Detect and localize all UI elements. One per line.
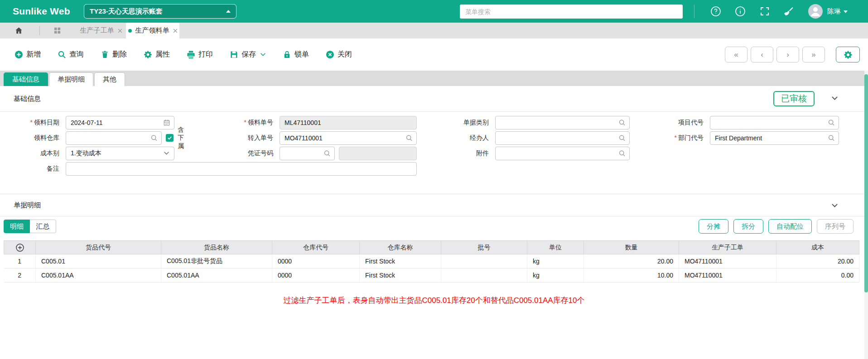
doc-category-field[interactable]: [495, 116, 630, 129]
last-page-button[interactable]: »: [802, 47, 825, 62]
cell-item-code[interactable]: C005.01AA: [36, 268, 161, 282]
voucher-no-label: 凭证号码: [174, 149, 277, 158]
dept-code-field[interactable]: [710, 131, 839, 145]
x-circle-icon: [326, 50, 334, 59]
delete-button[interactable]: 删除: [101, 50, 127, 59]
table-row[interactable]: 1 C005.01 C005.01非批号货品 0000 First Stock …: [4, 254, 859, 268]
view-tab-detail[interactable]: 明细: [4, 220, 30, 233]
user-menu[interactable]: 陈琳: [827, 7, 848, 16]
transfer-no-field[interactable]: [280, 131, 417, 145]
wintab-production-issue[interactable]: 生产领料单: [126, 23, 179, 38]
collapse-detail-icon[interactable]: [831, 203, 838, 208]
info-icon[interactable]: [735, 6, 746, 17]
remark-field[interactable]: [66, 162, 417, 176]
collapse-basic-icon[interactable]: [831, 96, 838, 101]
close-button[interactable]: 关闭: [326, 50, 352, 59]
cell-warehouse-code[interactable]: 0000: [272, 254, 360, 268]
home-icon[interactable]: [14, 26, 23, 35]
prev-page-button[interactable]: ‹: [751, 47, 773, 62]
cell-qty[interactable]: 20.00: [584, 254, 679, 268]
close-tab-icon[interactable]: [118, 29, 122, 33]
query-button[interactable]: 查询: [58, 50, 84, 59]
cell-unit[interactable]: kg: [527, 268, 584, 282]
cell-warehouse-code[interactable]: 0000: [272, 268, 360, 282]
new-button[interactable]: 新增: [14, 50, 41, 59]
first-page-button[interactable]: «: [725, 47, 747, 62]
issue-no-label: 领料单号: [174, 119, 277, 127]
cell-sub-order[interactable]: MO47110001: [679, 254, 776, 268]
menu-grid-icon[interactable]: [53, 27, 61, 34]
view-tab-summary[interactable]: 汇总: [30, 220, 56, 233]
scrollbar-thumb[interactable]: [864, 74, 868, 292]
table-row[interactable]: 2 C005.01AA C005.01AA 0000 First Stock k…: [4, 268, 859, 282]
cost-type-select[interactable]: 1.变动成本: [66, 147, 174, 160]
cell-batch[interactable]: [441, 268, 527, 282]
col-warehouse-code[interactable]: 仓库代号: [272, 241, 360, 254]
detail-section-title: 单据明细: [14, 201, 41, 210]
chevron-down-icon[interactable]: [260, 53, 266, 57]
cell-warehouse-name[interactable]: First Stock: [360, 268, 441, 282]
col-item-name[interactable]: 货品名称: [161, 241, 272, 254]
properties-button[interactable]: 属性: [144, 50, 170, 59]
vertical-scrollbar: [864, 71, 868, 359]
tab-document-detail[interactable]: 单据明细: [49, 72, 93, 86]
basic-section-title: 基础信息: [14, 95, 41, 103]
attachment-label: 附件: [417, 149, 493, 158]
cell-cost[interactable]: 20.00: [776, 254, 859, 268]
col-batch[interactable]: 批号: [441, 241, 527, 254]
allocate-button[interactable]: 分摊: [699, 219, 728, 234]
cell-cost[interactable]: 0.00: [776, 268, 859, 282]
include-sub-checkbox[interactable]: [166, 134, 174, 142]
save-button[interactable]: 保存: [230, 50, 266, 59]
issue-warehouse-field[interactable]: [66, 131, 162, 145]
account-select[interactable]: TY23-天心天思演示账套: [84, 4, 236, 19]
cell-unit[interactable]: kg: [527, 254, 584, 268]
col-warehouse-name[interactable]: 仓库名称: [360, 241, 441, 254]
clean-cache-icon[interactable]: [783, 6, 794, 17]
voucher-no-field[interactable]: [280, 147, 335, 160]
menu-search-input[interactable]: [460, 5, 683, 19]
gear-icon: [844, 50, 853, 59]
avatar[interactable]: [808, 4, 823, 19]
cell-item-code[interactable]: C005.01: [36, 254, 161, 268]
check-icon: [167, 135, 172, 140]
split-button[interactable]: 拆分: [733, 219, 763, 234]
cell-item-name[interactable]: C005.01AA: [161, 268, 272, 282]
next-page-button[interactable]: ›: [776, 47, 799, 62]
form-content: 基础信息 已审核 领料日期 领料单号 单据类别 项目代号: [0, 86, 868, 359]
tab-basic-info[interactable]: 基础信息: [4, 72, 48, 86]
project-code-field[interactable]: [710, 116, 839, 129]
cell-qty[interactable]: 10.00: [584, 268, 679, 282]
caret-up-icon: [226, 10, 231, 13]
attachment-field[interactable]: [495, 147, 630, 160]
col-sub-order[interactable]: 生产子工单: [679, 241, 776, 254]
close-tab-icon[interactable]: [173, 29, 178, 33]
detail-section-header: 单据明细: [0, 194, 868, 216]
add-row-icon[interactable]: [15, 243, 24, 252]
fullscreen-icon[interactable]: [759, 6, 770, 17]
cell-sub-order[interactable]: MO47110001: [679, 268, 776, 282]
cell-batch[interactable]: [441, 254, 527, 268]
col-unit[interactable]: 单位: [527, 241, 584, 254]
col-qty[interactable]: 数量: [584, 241, 679, 254]
cell-warehouse-name[interactable]: First Stock: [360, 254, 441, 268]
issue-date-label: 领料日期: [12, 119, 63, 127]
voucher-no-readonly-field: [339, 147, 417, 160]
dept-code-label: 部门代号: [630, 134, 708, 142]
cell-item-name[interactable]: C005.01非批号货品: [161, 254, 272, 268]
col-item-code[interactable]: 货品代号: [36, 241, 161, 254]
detail-table: 货品代号 货品名称 仓库代号 仓库名称 批号 单位 数量 生产子工单 成本 1 …: [4, 240, 859, 282]
help-icon[interactable]: [710, 6, 721, 17]
save-icon: [230, 50, 238, 59]
col-cost[interactable]: 成本: [776, 241, 859, 254]
tab-other[interactable]: 其他: [94, 72, 125, 86]
settings-button[interactable]: [836, 47, 860, 62]
detail-view-switch: 明细 汇总: [4, 220, 56, 233]
wintab-production-suborder[interactable]: 生产子工单: [76, 23, 126, 38]
caret-down-icon: [844, 10, 848, 13]
auto-assign-button[interactable]: 自动配位: [768, 219, 812, 234]
print-button[interactable]: 打印: [187, 50, 213, 59]
issue-date-field[interactable]: [66, 116, 174, 129]
handler-field[interactable]: [495, 131, 630, 145]
lock-button[interactable]: 锁单: [283, 50, 309, 59]
